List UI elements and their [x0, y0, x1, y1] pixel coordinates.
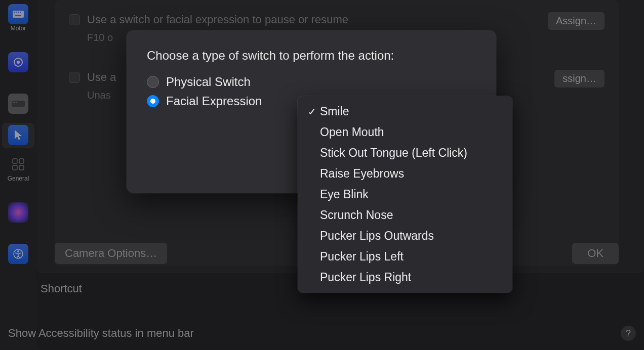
- svg-rect-1: [14, 12, 15, 13]
- radio-label: Facial Expression: [166, 94, 262, 108]
- assign-button[interactable]: Assign…: [548, 12, 605, 30]
- menu-item-label: Eye Blink: [320, 188, 369, 201]
- menu-item-stick-out-tongue[interactable]: Stick Out Tongue (Left Click): [301, 143, 509, 163]
- svg-point-7: [17, 61, 20, 64]
- svg-rect-3: [18, 12, 19, 13]
- facial-expression-menu: ✓ Smile Open Mouth Stick Out Tongue (Lef…: [298, 96, 512, 293]
- menubar-status-label: Show Accessibility status in menu bar: [8, 327, 194, 340]
- grid-icon: [8, 154, 28, 174]
- menu-item-label: Raise Eyebrows: [320, 167, 404, 181]
- svg-rect-9: [13, 102, 14, 103]
- sidebar-item-motor[interactable]: Motor: [2, 2, 34, 34]
- menu-item-pucker-outwards[interactable]: Pucker Lips Outwards: [301, 226, 509, 246]
- menu-item-label: Scrunch Nose: [320, 208, 393, 222]
- svg-rect-12: [13, 159, 17, 163]
- assign-button-2[interactable]: ssign…: [554, 70, 605, 88]
- svg-rect-5: [15, 15, 21, 16]
- svg-rect-8: [12, 101, 25, 107]
- menu-item-smile[interactable]: ✓ Smile: [301, 101, 509, 122]
- radio-physical-switch[interactable]: Physical Switch: [147, 75, 476, 89]
- sidebar-item-keyboard[interactable]: [2, 92, 34, 117]
- sidebar-item-label: Motor: [11, 25, 26, 32]
- svg-rect-14: [13, 165, 17, 170]
- menu-item-label: Open Mouth: [320, 125, 384, 139]
- radio-button[interactable]: [147, 95, 159, 107]
- svg-rect-13: [19, 159, 24, 163]
- svg-rect-2: [16, 12, 17, 13]
- menu-item-label: Stick Out Tongue (Left Click): [320, 146, 467, 160]
- sidebar-item-pointer[interactable]: [2, 123, 34, 148]
- menu-item-label: Pucker Lips Outwards: [320, 229, 434, 243]
- menu-item-pucker-right[interactable]: Pucker Lips Right: [301, 267, 509, 288]
- menu-item-raise-eyebrows[interactable]: Raise Eyebrows: [301, 163, 509, 184]
- radio-button[interactable]: [147, 76, 159, 88]
- option-label: Use a switch or facial expression to pau…: [87, 12, 541, 28]
- keyboard-grey-icon: [8, 94, 28, 114]
- sidebar: Motor General: [0, 0, 36, 350]
- checkbox-pause[interactable]: [69, 14, 80, 25]
- sidebar-item-accessibility[interactable]: [2, 242, 34, 267]
- svg-rect-4: [20, 12, 21, 13]
- menu-item-label: Smile: [320, 105, 349, 118]
- svg-rect-10: [14, 102, 15, 103]
- checkbox-2[interactable]: [69, 72, 80, 83]
- camera-options-button[interactable]: Camera Options…: [55, 243, 167, 264]
- checkmark-icon: ✓: [306, 106, 318, 118]
- switch-icon: [8, 52, 28, 72]
- shortcut-label: Shortcut: [41, 282, 82, 295]
- help-button[interactable]: ?: [621, 326, 636, 341]
- accessibility-icon: [8, 244, 28, 264]
- sidebar-item-label: General: [8, 176, 29, 182]
- svg-rect-15: [19, 165, 24, 170]
- menu-item-label: Pucker Lips Right: [320, 271, 411, 284]
- menu-item-open-mouth[interactable]: Open Mouth: [301, 122, 509, 143]
- sidebar-item-general[interactable]: General: [2, 152, 34, 184]
- keyboard-icon: [8, 4, 28, 24]
- menu-item-scrunch-nose[interactable]: Scrunch Nose: [301, 205, 509, 226]
- pointer-icon: [8, 125, 28, 145]
- siri-icon: [8, 202, 28, 223]
- dialog-title: Choose a type of switch to perform the a…: [147, 49, 476, 63]
- sidebar-item-switch[interactable]: [2, 50, 34, 75]
- svg-rect-11: [16, 102, 17, 103]
- menu-item-label: Pucker Lips Left: [320, 250, 404, 264]
- radio-label: Physical Switch: [166, 75, 251, 89]
- ok-button[interactable]: OK: [572, 243, 619, 264]
- menu-item-pucker-left[interactable]: Pucker Lips Left: [301, 246, 509, 267]
- menu-item-eye-blink[interactable]: Eye Blink: [301, 184, 509, 205]
- svg-point-17: [17, 250, 19, 252]
- sidebar-item-siri[interactable]: [2, 200, 34, 226]
